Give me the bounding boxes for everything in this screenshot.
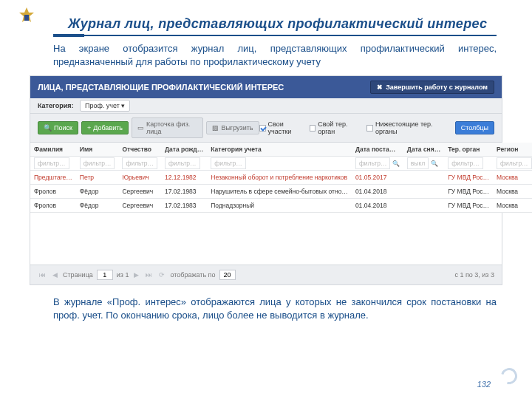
add-button[interactable]: +Добавить [81, 121, 129, 134]
data-table: Фамилия Имя Отчество Дата рожд… Категори… [30, 143, 532, 213]
card-button[interactable]: ▭Карточка физ. лица [132, 117, 203, 138]
app-header: ЛИЦА, ПРЕДСТАВЛЯЮЩИЕ ПРОФИЛАКТИЧЕСКИЙ ИН… [30, 76, 502, 98]
col-dob[interactable]: Дата рожд… [161, 143, 207, 157]
close-journal-button[interactable]: ✖ Завершить работу с журналом [370, 81, 494, 94]
col-date-off[interactable]: Дата сня… [403, 143, 444, 157]
checkbox-icon [366, 125, 373, 132]
intro-paragraph: На экране отобразится журнал лиц, предст… [53, 42, 497, 68]
filter-middlename[interactable]: фильтр… [122, 157, 157, 169]
filter-org[interactable]: фильтр… [448, 157, 483, 169]
columns-button[interactable]: Столбцы [455, 121, 494, 134]
search-button[interactable]: 🔍Поиск [38, 121, 78, 134]
filter-firstname[interactable]: фильтр… [80, 157, 115, 169]
outro-paragraph: В журнале «Проф. интерес» отображаются л… [53, 296, 497, 321]
filter-lastname[interactable]: фильтр… [34, 157, 69, 169]
filter-dob[interactable]: фильтр… [165, 157, 200, 169]
col-lastname[interactable]: Фамилия [30, 143, 76, 157]
close-icon: ✖ [377, 83, 383, 91]
app-title: ЛИЦА, ПРЕДСТАВЛЯЮЩИЕ ПРОФИЛАКТИЧЕСКИЙ ИН… [38, 83, 284, 92]
pager-summary: с 1 по 3, из 3 [454, 271, 494, 279]
filter-row: фильтр… фильтр… фильтр… фильтр… фильтр… … [30, 157, 532, 171]
own-org-checkbox[interactable]: Свой тер. орган [310, 120, 364, 135]
slide-title: Журнал лиц, представляющих профилактичес… [68, 16, 532, 32]
search-icon[interactable]: 🔍 [431, 160, 438, 167]
table-row[interactable]: ФроловФёдорСергеевич17.02.1983Поднадзорн… [30, 199, 532, 213]
pager-page-input[interactable] [97, 270, 113, 280]
table-header-row: Фамилия Имя Отчество Дата рожд… Категори… [30, 143, 532, 157]
pager-next[interactable]: ▶ [132, 271, 140, 279]
category-chip[interactable]: Проф. учет ▾ [80, 100, 130, 112]
corner-decoration [498, 365, 520, 387]
col-org[interactable]: Тер. орган [444, 143, 493, 157]
pager-prev[interactable]: ◀ [51, 271, 59, 279]
own-areas-checkbox[interactable]: Свои участки [259, 120, 307, 135]
col-date-on[interactable]: Дата поста… [352, 143, 403, 157]
chevron-down-icon: ▾ [121, 102, 125, 109]
filter-date-on[interactable]: фильтр… [355, 157, 391, 169]
close-label: Завершить работу с журналом [386, 83, 488, 91]
search-icon: 🔍 [44, 124, 52, 132]
svg-rect-1 [24, 15, 29, 21]
col-region[interactable]: Регион [493, 143, 532, 157]
table-row[interactable]: ФроловФёдорСергеевич17.02.1983Нарушитель… [30, 185, 532, 199]
card-icon: ▭ [137, 124, 144, 132]
col-middlename[interactable]: Отчество [118, 143, 161, 157]
checkbox-icon [310, 125, 316, 132]
pager-page-label: Страница [63, 271, 93, 279]
page-number: 132 [477, 380, 491, 389]
sub-org-checkbox[interactable]: Нижестоящие тер. органы [366, 120, 451, 135]
pager-perpage-label: отображать по [170, 271, 215, 279]
table-empty-space [30, 213, 502, 265]
col-firstname[interactable]: Имя [76, 143, 119, 157]
category-label: Категория: [38, 102, 73, 109]
checkbox-icon [259, 125, 266, 132]
category-bar: Категория: Проф. учет ▾ [30, 98, 502, 114]
title-underline [53, 35, 497, 36]
export-button[interactable]: ▧Выгрузить [206, 121, 259, 134]
export-icon: ▧ [212, 124, 219, 132]
col-category[interactable]: Категория учета [207, 143, 352, 157]
pager-refresh[interactable]: ⟳ [157, 271, 166, 279]
plus-icon: + [87, 124, 91, 132]
pager-perpage-input[interactable] [219, 270, 236, 280]
filter-date-off[interactable]: выкл [407, 157, 429, 169]
toolbar: 🔍Поиск +Добавить ▭Карточка физ. лица ▧Вы… [30, 114, 502, 143]
pager-of-total: из 1 [117, 271, 129, 279]
search-icon[interactable]: 🔍 [392, 160, 400, 167]
pager: ⏮ ◀ Страница из 1 ▶ ⏭ ⟳ отображать по с … [30, 265, 502, 284]
app-window: ЛИЦА, ПРЕДСТАВЛЯЮЩИЕ ПРОФИЛАКТИЧЕСКИЙ ИН… [30, 75, 502, 285]
pager-last[interactable]: ⏭ [144, 271, 154, 279]
filter-category[interactable]: фильтр… [211, 157, 246, 169]
table-row[interactable]: Предштаге…ПетрЮрьевич12.12.1982Незаконны… [30, 171, 532, 185]
filter-region[interactable]: фильтр… [497, 157, 532, 169]
emblem-icon [16, 6, 37, 30]
pager-first[interactable]: ⏮ [38, 271, 47, 279]
